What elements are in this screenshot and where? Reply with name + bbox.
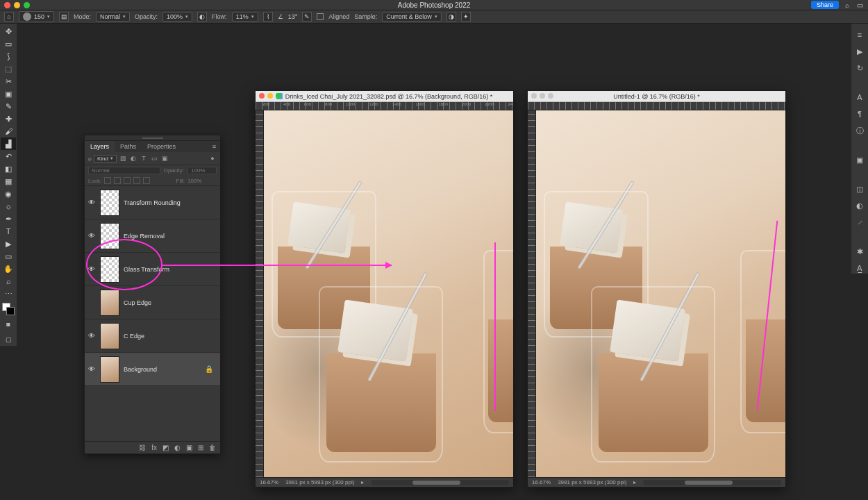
brush-tool[interactable]: 🖌 [1,125,16,138]
lasso-tool[interactable]: ⟆ [1,50,16,62]
brush-panel-icon[interactable]: ▤ [59,12,69,22]
clone-stamp-tool[interactable]: ▟ [1,138,16,150]
lock-transparent-icon[interactable] [104,177,111,184]
dimensions-readout[interactable]: 3981 px x 5983 px (300 ppi) [285,479,354,485]
actions-icon[interactable]: ▶ [854,46,865,57]
layer-thumb[interactable] [100,190,119,216]
visibility-icon[interactable]: 👁 [87,232,96,240]
panel-grip[interactable] [85,135,220,141]
filter-pixel-icon[interactable]: ▧ [119,154,127,162]
adjustment-layer-icon[interactable]: ◐ [174,444,181,451]
fill-input[interactable]: 100% [187,178,217,184]
move-tool[interactable]: ✥ [1,25,16,38]
canvas[interactable] [536,110,785,477]
channels-icon[interactable]: ◐ [854,200,865,211]
layers-panel[interactable]: Layers Paths Properties ≡ ⌕ Kind▾ ▧ ◐ T … [84,135,221,454]
gradient-tool[interactable]: ▦ [1,175,16,188]
background-swatch[interactable] [6,307,15,315]
layer-thumb[interactable] [100,290,119,316]
layer-name[interactable]: Cup Edge [124,299,151,306]
tab-layers[interactable]: Layers [85,141,115,152]
layer-name[interactable]: Edge Removal [124,233,165,240]
pressure-opacity-icon[interactable]: ◐ [197,12,207,22]
blur-tool[interactable]: ◉ [1,188,16,200]
shape-tool[interactable]: ▭ [1,250,16,262]
zoom-readout[interactable]: 16.67% [260,479,278,485]
document-titlebar[interactable]: Untitled-1 @ 16.7% (RGB/16) * [528,91,785,102]
canvas[interactable] [264,110,513,477]
diffusion-icon[interactable]: ✦ [461,12,471,22]
character-icon[interactable]: A [854,92,865,103]
healing-tool[interactable]: ✚ [1,112,16,125]
history-icon[interactable]: ↻ [854,62,865,74]
fx-icon[interactable]: fx [151,444,157,451]
paths-icon[interactable]: ⟋ [854,217,865,228]
sample-select[interactable]: Current & Below▾ [382,12,442,22]
layer-row[interactable]: 👁 Background 🔒 [85,353,220,386]
lock-image-icon[interactable] [114,177,121,184]
horizontal-scrollbar[interactable] [643,480,781,485]
opacity-input[interactable]: 100%▾ [162,12,192,22]
layer-row[interactable]: 👁 C Edge [85,319,220,353]
lock-all-icon[interactable] [143,177,150,184]
pen-tool[interactable]: ✒ [1,212,16,225]
zoom-readout[interactable]: 16.67% [532,479,551,485]
search-icon[interactable]: ⌕ [843,1,851,9]
filter-type-icon[interactable]: T [140,154,148,162]
layer-name[interactable]: Transform Rounding [124,199,181,206]
screenmode-icon[interactable]: ▢ [1,333,16,346]
styles-icon[interactable]: A̲ [854,262,865,274]
aligned-checkbox[interactable] [317,13,324,20]
tab-properties[interactable]: Properties [142,141,181,152]
visibility-icon[interactable]: 👁 [87,365,96,373]
info-icon[interactable]: ⓘ [854,125,865,136]
visibility-icon[interactable]: 👁 [87,199,96,206]
crop-tool[interactable]: ✂ [1,75,16,88]
lock-position-icon[interactable] [124,177,131,184]
frame-tool[interactable]: ▣ [1,88,16,100]
filter-smart-icon[interactable]: ▣ [160,154,169,162]
layer-row[interactable]: 👁 Transform Rounding [85,186,220,219]
group-icon[interactable]: ▣ [186,444,192,451]
layer-name[interactable]: C Edge [124,333,144,340]
color-swatches[interactable] [2,303,15,315]
layer-opacity-input[interactable]: 100% [187,167,217,174]
layers-icon[interactable]: ◫ [854,183,865,194]
paragraph-icon[interactable]: ¶ [854,108,865,119]
layer-name[interactable]: Background [124,366,157,373]
filter-adjust-icon[interactable]: ◐ [129,154,137,162]
dimensions-readout[interactable]: 3981 px x 5983 px (300 ppi) [558,479,626,485]
document-titlebar[interactable]: Drinks_Iced Chai_July 2021_32082.psd @ 1… [256,91,513,102]
layer-row[interactable]: Cup Edge [85,286,220,319]
angle-value[interactable]: 13° [288,13,298,20]
airbrush-icon[interactable]: ⌇ [263,12,273,22]
delete-layer-icon[interactable]: 🗑 [209,444,216,451]
path-select-tool[interactable]: ▶ [1,238,16,250]
eraser-tool[interactable]: ◧ [1,162,16,175]
ignore-adjustment-icon[interactable]: ◑ [446,12,456,22]
eyedropper-tool[interactable]: ✎ [1,100,16,112]
flow-input[interactable]: 11%▾ [232,12,258,22]
horizontal-scrollbar[interactable] [371,480,509,485]
document-window-1[interactable]: Drinks_Iced Chai_July 2021_32082.psd @ 1… [255,90,514,488]
object-select-tool[interactable]: ⬚ [1,62,16,75]
document-traffic-lights[interactable] [531,93,553,99]
pressure-size-icon[interactable]: ✎ [302,12,312,22]
filter-kind-select[interactable]: Kind▾ [94,155,117,162]
lock-artboard-icon[interactable] [133,177,140,184]
horizontal-ruler[interactable] [528,102,785,110]
panel-menu-icon[interactable]: ≡ [208,141,220,152]
marquee-tool[interactable]: ▭ [1,38,16,50]
home-icon[interactable]: ⌂ [4,12,14,22]
lock-icon[interactable]: 🔒 [205,365,213,373]
share-button[interactable]: Share [811,1,839,9]
vertical-ruler[interactable] [528,110,536,477]
quickmask-icon[interactable]: ◙ [1,318,16,331]
adjustments-icon[interactable]: ≡ [854,29,865,40]
link-layers-icon[interactable]: ⛓ [139,444,146,451]
hand-tool[interactable]: ✋ [1,262,16,275]
brush-preset[interactable]: 150▾ [19,11,54,22]
dodge-tool[interactable]: ☼ [1,200,16,212]
tab-paths[interactable]: Paths [115,141,142,152]
minimize-dot[interactable] [14,2,20,8]
